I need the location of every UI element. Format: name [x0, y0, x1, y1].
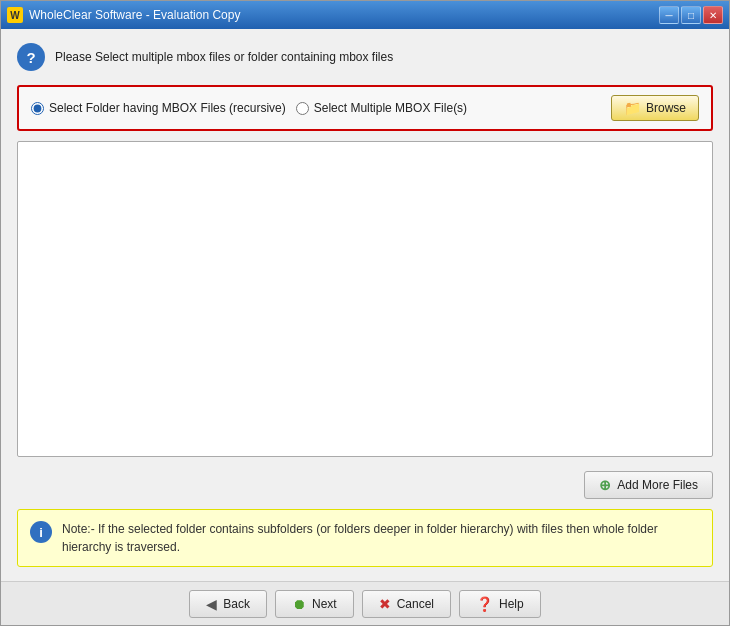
browse-button[interactable]: 📁 Browse: [611, 95, 699, 121]
header-text: Please Select multiple mbox files or fol…: [55, 50, 393, 64]
browse-icon: 📁: [624, 100, 641, 116]
title-bar: W WholeClear Software - Evaluation Copy …: [1, 1, 729, 29]
cancel-button[interactable]: ✖ Cancel: [362, 590, 451, 618]
file-list-area[interactable]: [17, 141, 713, 457]
footer: ◀ Back ⏺ Next ✖ Cancel ❓ Help: [1, 581, 729, 625]
folder-radio-label: Select Folder having MBOX Files (recursi…: [49, 101, 286, 115]
app-icon: W: [7, 7, 23, 23]
next-label: Next: [312, 597, 337, 611]
add-files-label: Add More Files: [617, 478, 698, 492]
add-more-files-button[interactable]: ⊕ Add More Files: [584, 471, 713, 499]
note-box: i Note:- If the selected folder contains…: [17, 509, 713, 567]
info-icon: i: [30, 521, 52, 543]
title-bar-left: W WholeClear Software - Evaluation Copy: [7, 7, 240, 23]
header-row: ? Please Select multiple mbox files or f…: [17, 43, 713, 75]
next-button[interactable]: ⏺ Next: [275, 590, 354, 618]
files-radio-option[interactable]: Select Multiple MBOX File(s): [296, 101, 467, 115]
content-area: ? Please Select multiple mbox files or f…: [1, 29, 729, 581]
files-radio[interactable]: [296, 102, 309, 115]
note-text: Note:- If the selected folder contains s…: [62, 520, 700, 556]
folder-radio[interactable]: [31, 102, 44, 115]
next-icon: ⏺: [292, 596, 306, 612]
add-icon: ⊕: [599, 477, 611, 493]
window-title: WholeClear Software - Evaluation Copy: [29, 8, 240, 22]
main-window: W WholeClear Software - Evaluation Copy …: [0, 0, 730, 626]
cancel-label: Cancel: [397, 597, 434, 611]
help-label: Help: [499, 597, 524, 611]
back-label: Back: [223, 597, 250, 611]
browse-label: Browse: [646, 101, 686, 115]
cancel-icon: ✖: [379, 596, 391, 612]
folder-radio-option[interactable]: Select Folder having MBOX Files (recursi…: [31, 101, 286, 115]
help-icon: ❓: [476, 596, 493, 612]
selection-box: Select Folder having MBOX Files (recursi…: [17, 85, 713, 131]
question-icon: ?: [17, 43, 45, 71]
files-radio-label: Select Multiple MBOX File(s): [314, 101, 467, 115]
minimize-button[interactable]: ─: [659, 6, 679, 24]
add-files-row: ⊕ Add More Files: [17, 471, 713, 499]
back-button[interactable]: ◀ Back: [189, 590, 267, 618]
close-button[interactable]: ✕: [703, 6, 723, 24]
help-button[interactable]: ❓ Help: [459, 590, 541, 618]
back-icon: ◀: [206, 596, 217, 612]
title-controls: ─ □ ✕: [659, 6, 723, 24]
maximize-button[interactable]: □: [681, 6, 701, 24]
